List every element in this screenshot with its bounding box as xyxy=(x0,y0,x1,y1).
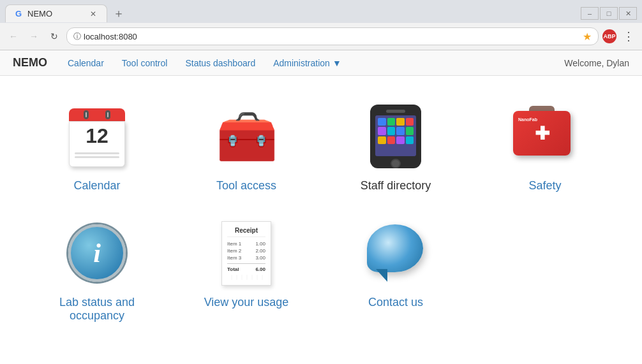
info-icon: i xyxy=(68,224,126,282)
receipt-row-1: Item 1 1.00 xyxy=(227,241,265,247)
tool-access-label: Tool access xyxy=(216,179,276,193)
safety-icon-wrapper: NanoFab ✚ xyxy=(510,101,580,171)
cal-ring-left xyxy=(84,110,89,119)
cal-ring-right xyxy=(105,110,110,119)
safety-label: Safety xyxy=(528,179,561,193)
lab-status-icon-wrapper: i xyxy=(62,218,132,288)
receipt-icon: Receipt Item 1 1.00 Item 2 2.00 Item 3 3… xyxy=(221,221,271,286)
navigation-bar: NEMO Calendar Tool control Status dashbo… xyxy=(0,50,642,76)
back-button[interactable]: ← xyxy=(5,28,22,45)
tab-title: NEMO xyxy=(27,9,87,18)
receipt-bottom xyxy=(227,275,265,280)
firstaid-cross: ✚ xyxy=(535,123,549,144)
contact-us-item[interactable]: Contact us xyxy=(324,212,467,329)
adblock-button[interactable]: ABP xyxy=(602,29,616,43)
phone-speaker xyxy=(386,110,405,113)
nav-link-status-dashboard[interactable]: Status dashboard xyxy=(177,53,263,73)
calendar-label: Calendar xyxy=(73,179,120,193)
refresh-button[interactable]: ↻ xyxy=(46,28,63,45)
window-controls: – □ ✕ xyxy=(581,7,637,20)
lab-status-item[interactable]: i Lab status and occupancy xyxy=(26,212,168,329)
phone-home-button xyxy=(391,159,401,168)
new-tab-button[interactable]: ＋ xyxy=(110,4,128,22)
nav-link-tool-control[interactable]: Tool control xyxy=(114,53,175,73)
address-input[interactable]: localhost:8080 xyxy=(84,32,579,41)
nav-link-calendar[interactable]: Calendar xyxy=(60,53,112,73)
main-content: 12 Calendar 🧰 Tool access xyxy=(0,76,642,348)
title-bar: G NEMO ✕ ＋ – □ ✕ xyxy=(0,0,642,23)
chat-bubble-tail xyxy=(376,269,387,282)
lab-status-label: Lab status and occupancy xyxy=(32,296,162,323)
tab-favicon: G xyxy=(13,9,24,19)
cal-date: 12 xyxy=(86,124,108,148)
icon-grid: 12 Calendar 🧰 Tool access xyxy=(26,95,616,329)
contact-us-label: Contact us xyxy=(368,296,423,309)
toolbox-icon: 🧰 xyxy=(216,108,278,166)
receipt-row-2: Item 2 2.00 xyxy=(227,248,265,254)
cal-top xyxy=(69,108,125,121)
minimize-button[interactable]: – xyxy=(581,7,599,20)
close-button[interactable]: ✕ xyxy=(619,7,637,20)
tab-close-button[interactable]: ✕ xyxy=(87,8,99,20)
receipt-title: Receipt xyxy=(227,227,265,237)
view-usage-item[interactable]: Receipt Item 1 1.00 Item 2 2.00 Item 3 3… xyxy=(175,212,318,329)
brand-logo[interactable]: NEMO xyxy=(13,56,47,69)
receipt-total: Total 6.00 xyxy=(227,263,265,272)
staff-directory-icon-wrapper xyxy=(361,101,431,171)
firstaid-label: NanoFab xyxy=(518,117,537,122)
cal-lines xyxy=(75,150,119,160)
staff-directory-item[interactable]: Staff directory xyxy=(324,95,467,199)
calendar-icon: 12 xyxy=(65,105,129,168)
tool-access-item[interactable]: 🧰 Tool access xyxy=(175,95,318,199)
view-usage-icon-wrapper: Receipt Item 1 1.00 Item 2 2.00 Item 3 3… xyxy=(211,218,281,288)
phone-screen xyxy=(375,115,416,156)
nav-link-administration[interactable]: Administration ▼ xyxy=(265,53,349,73)
calendar-icon-wrapper: 12 xyxy=(62,101,132,171)
browser-chrome: G NEMO ✕ ＋ – □ ✕ ← → ↻ ⓘ localhost:8080 … xyxy=(0,0,642,50)
dropdown-arrow-icon: ▼ xyxy=(332,58,341,68)
info-icon: ⓘ xyxy=(73,31,81,42)
forward-button[interactable]: → xyxy=(26,28,42,45)
welcome-message: Welcome, Dylan xyxy=(564,58,629,68)
safety-item[interactable]: NanoFab ✚ Safety xyxy=(474,95,616,199)
browser-tab[interactable]: G NEMO ✕ xyxy=(5,4,107,22)
staff-directory-label: Staff directory xyxy=(361,179,431,193)
nav-links: Calendar Tool control Status dashboard A… xyxy=(60,53,564,73)
chat-bubble-body xyxy=(367,224,423,272)
chat-bubble-icon xyxy=(367,224,424,282)
view-usage-label: View your usage xyxy=(204,296,289,309)
phone-icon xyxy=(370,105,421,168)
maximize-button[interactable]: □ xyxy=(600,7,618,20)
browser-menu-button[interactable]: ⋮ xyxy=(620,29,637,43)
address-bar: ← → ↻ ⓘ localhost:8080 ★ ABP ⋮ xyxy=(0,23,642,50)
contact-us-icon-wrapper xyxy=(361,218,431,288)
calendar-item[interactable]: 12 Calendar xyxy=(26,95,168,199)
bookmark-icon[interactable]: ★ xyxy=(583,31,592,43)
address-input-wrap[interactable]: ⓘ localhost:8080 ★ xyxy=(66,27,599,45)
firstaid-body: NanoFab ✚ xyxy=(513,111,571,156)
cal-body: 12 xyxy=(69,121,125,167)
receipt-row-3: Item 3 3.00 xyxy=(227,255,265,261)
firstaid-icon: NanoFab ✚ xyxy=(513,111,577,162)
tool-access-icon-wrapper: 🧰 xyxy=(211,101,281,171)
